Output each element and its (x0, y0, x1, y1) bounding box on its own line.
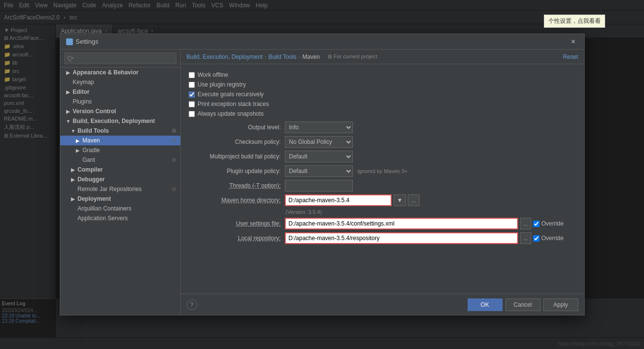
dialog-titlebar: Settings × (60, 34, 584, 50)
tree-label-debugger: Debugger (78, 176, 105, 183)
checkbox-always-update-input[interactable] (189, 111, 195, 117)
tree-label-editor: Editor (73, 88, 90, 95)
override-repo-label: Override (541, 235, 564, 242)
tree-label-build-tools: Build Tools (78, 127, 109, 134)
checkbox-print-stack-input[interactable] (189, 101, 195, 107)
checksum-policy-label: Checksum policy: (189, 139, 281, 145)
output-level-select[interactable]: Info Debug Error (285, 122, 353, 133)
breadcrumb-part3: Maven (302, 53, 320, 60)
override-repo-checkbox[interactable] (533, 235, 540, 242)
gear-icon-gant: ⚙ (172, 157, 176, 163)
settings-content: Build, Execution, Deployment › Build Too… (181, 50, 584, 315)
tooltip-personalize: 个性设置，点我看看 (544, 15, 605, 28)
tree-label-version-control: Version Control (73, 108, 116, 115)
maven-home-input-row: ▼ ... (285, 194, 419, 206)
tree-label-maven: Maven (83, 137, 100, 144)
breadcrumb-sep1: › (264, 53, 266, 60)
settings-search-input[interactable] (64, 52, 176, 64)
arrow-gradle: ▶ (76, 148, 81, 153)
threads-label: Threads (-T option): (189, 182, 281, 189)
user-settings-input[interactable] (285, 218, 518, 229)
local-repo-input[interactable] (285, 232, 518, 244)
breadcrumb-sep2: › (298, 53, 300, 60)
tree-remote-jar[interactable]: Remote Jar Repositories ⚙ (60, 184, 180, 194)
tree-label-deployment: Deployment (78, 195, 111, 202)
local-repo-browse[interactable]: ... (520, 232, 531, 244)
tree-arquillian[interactable]: Arquillian Containers (60, 204, 180, 213)
cancel-button[interactable]: Cancel (505, 298, 540, 311)
user-settings-override-check: Override (533, 220, 564, 227)
plugin-update-note: ignored by Maven 3+ (358, 168, 408, 174)
multiproject-label: Multiproject build fail policy: (189, 153, 281, 160)
checkbox-work-offline-label: Work offline (198, 71, 228, 78)
user-settings-row: User settings file: ... Override (189, 218, 576, 229)
breadcrumb-bar: Build, Execution, Deployment › Build Too… (181, 50, 584, 64)
user-settings-browse[interactable]: ... (520, 218, 531, 229)
output-level-select-wrap: Info Debug Error (285, 122, 353, 133)
ok-button[interactable]: OK (468, 298, 503, 311)
tree-appearance[interactable]: ▶ Appearance & Behavior (60, 68, 180, 77)
plugin-update-select[interactable]: Default Always Never (285, 165, 353, 177)
tree-app-servers[interactable]: Application Servers (60, 213, 180, 223)
tree-deployment[interactable]: ▶ Deployment (60, 194, 180, 204)
tree-maven[interactable]: ▶ Maven ⚙ (60, 136, 180, 145)
checkbox-work-offline: Work offline (189, 70, 576, 80)
local-repo-label: Local repository: (189, 235, 281, 242)
multiproject-row: Multiproject build fail policy: Default … (189, 151, 576, 162)
override-settings-label: Override (541, 220, 564, 227)
arrow-appearance: ▶ (66, 70, 71, 75)
search-box (60, 50, 180, 68)
maven-home-browse[interactable]: ... (408, 194, 419, 206)
user-settings-label: User settings file: (189, 220, 281, 227)
help-button[interactable]: ? (187, 299, 197, 310)
arrow-compiler: ▶ (71, 167, 76, 173)
dialog-title: Settings (66, 38, 99, 45)
tree-gradle[interactable]: ▶ Gradle (60, 145, 180, 155)
plugin-update-row: Plugin update policy: Default Always Nev… (189, 165, 576, 177)
dialog-title-text: Settings (76, 38, 99, 45)
output-level-label: Output level: (189, 124, 281, 131)
plugin-update-label: Plugin update policy: (189, 168, 281, 174)
breadcrumb-part1[interactable]: Build, Execution, Deployment (187, 53, 263, 60)
tree-compiler[interactable]: ▶ Compiler (60, 165, 180, 174)
override-settings-checkbox[interactable] (533, 221, 540, 227)
dialog-body: ▶ Appearance & Behavior Keymap ▶ Editor … (60, 50, 584, 315)
maven-settings-content: Work offline Use plugin registry Execute… (181, 64, 584, 294)
tree-build-tools[interactable]: ▼ Build Tools ⚙ (60, 126, 180, 136)
threads-row: Threads (-T option): (189, 180, 576, 192)
close-button[interactable]: × (569, 37, 578, 47)
settings-icon (66, 38, 73, 45)
checksum-policy-select[interactable]: No Global Policy Fail Warn Ignore (285, 136, 353, 148)
tree-keymap[interactable]: Keymap (60, 77, 180, 87)
apply-button[interactable]: Apply (543, 298, 578, 311)
tree-gant[interactable]: Gant ⚙ (60, 155, 180, 165)
tree-editor[interactable]: ▶ Editor (60, 87, 180, 97)
user-settings-input-row: ... Override (285, 218, 576, 229)
tree-label-build-execution: Build, Execution, Deployment (73, 118, 155, 124)
arrow-maven: ▶ (76, 138, 81, 143)
checkbox-always-update: Always update snapshots (189, 109, 576, 119)
maven-home-input[interactable] (285, 194, 392, 206)
tree-build-execution[interactable]: ▼ Build, Execution, Deployment (60, 116, 180, 126)
multiproject-select[interactable]: Default Fail at end Never fail (285, 151, 353, 162)
checkbox-print-stack: Print exception stack traces (189, 99, 576, 109)
dialog-footer: ? OK Cancel Apply (181, 294, 584, 315)
reset-button[interactable]: Reset (563, 53, 578, 60)
gear-icon-remote-jar: ⚙ (172, 186, 176, 192)
checkbox-execute-goals-input[interactable] (189, 91, 195, 98)
tree-debugger[interactable]: ▶ Debugger (60, 174, 180, 184)
local-repo-override-check: Override (533, 235, 564, 242)
checkbox-work-offline-input[interactable] (189, 72, 195, 78)
multiproject-select-wrap: Default Fail at end Never fail (285, 151, 353, 162)
tree-plugins[interactable]: Plugins (60, 97, 180, 106)
modal-overlay: Settings × ▶ Appearance & Behavior Keyma… (0, 0, 644, 349)
checkbox-use-plugin-input[interactable] (189, 82, 195, 88)
breadcrumb-part2[interactable]: Build Tools (268, 53, 296, 60)
maven-home-dropdown[interactable]: ▼ (394, 194, 406, 206)
maven-home-label: Maven home directory: (189, 197, 281, 204)
maven-home-row: Maven home directory: ▼ ... (189, 194, 576, 206)
arrow-debugger: ▶ (71, 177, 76, 182)
arrow-version-control: ▶ (66, 109, 71, 114)
tree-version-control[interactable]: ▶ Version Control (60, 106, 180, 116)
threads-input[interactable] (285, 180, 353, 192)
